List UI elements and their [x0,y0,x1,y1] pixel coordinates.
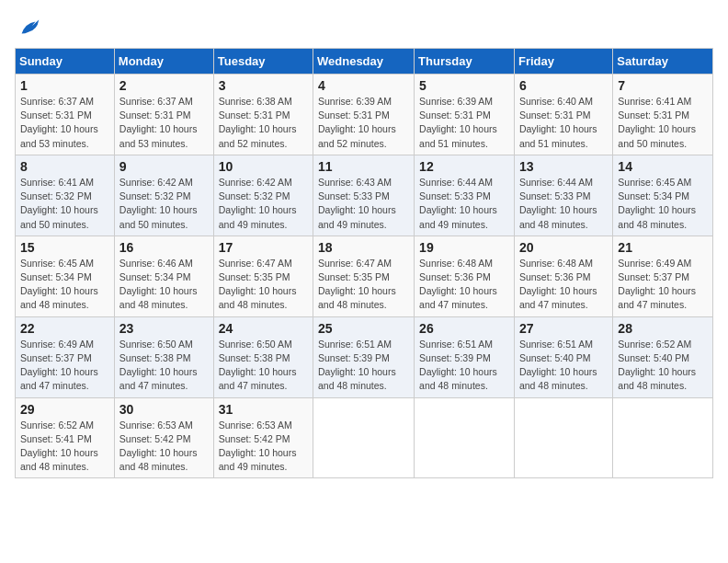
calendar-day-cell: 7 Sunrise: 6:41 AM Sunset: 5:31 PM Dayli… [613,75,713,155]
day-number: 9 [119,159,209,174]
day-info: Sunrise: 6:49 AM Sunset: 5:37 PM Dayligh… [20,338,109,394]
calendar-day-cell: 8 Sunrise: 6:41 AM Sunset: 5:32 PM Dayli… [16,155,115,236]
day-number: 2 [119,78,209,93]
day-number: 17 [219,240,308,255]
calendar-day-cell: 20 Sunrise: 6:48 AM Sunset: 5:36 PM Dayl… [514,236,612,316]
day-info: Sunrise: 6:46 AM Sunset: 5:34 PM Dayligh… [119,257,209,313]
day-number: 20 [519,240,608,255]
day-info: Sunrise: 6:44 AM Sunset: 5:33 PM Dayligh… [519,176,608,232]
weekday-header: Monday [114,49,213,75]
calendar-table: SundayMondayTuesdayWednesdayThursdayFrid… [15,48,713,478]
calendar-header: SundayMondayTuesdayWednesdayThursdayFrid… [16,49,713,75]
day-number: 14 [618,159,708,174]
calendar-day-cell: 3 Sunrise: 6:38 AM Sunset: 5:31 PM Dayli… [213,75,313,155]
day-info: Sunrise: 6:38 AM Sunset: 5:31 PM Dayligh… [219,95,308,151]
calendar-day-cell: 4 Sunrise: 6:39 AM Sunset: 5:31 PM Dayli… [313,75,415,155]
day-number: 7 [618,78,708,93]
weekday-header: Friday [514,49,612,75]
calendar-day-cell: 30 Sunrise: 6:53 AM Sunset: 5:42 PM Dayl… [114,397,213,478]
calendar-week-row: 15 Sunrise: 6:45 AM Sunset: 5:34 PM Dayl… [16,236,713,316]
day-info: Sunrise: 6:51 AM Sunset: 5:40 PM Dayligh… [519,338,608,394]
calendar-day-cell: 9 Sunrise: 6:42 AM Sunset: 5:32 PM Dayli… [114,155,213,236]
day-number: 6 [519,78,608,93]
calendar-week-row: 1 Sunrise: 6:37 AM Sunset: 5:31 PM Dayli… [16,75,713,155]
day-number: 11 [318,159,409,174]
day-number: 22 [20,321,109,336]
day-info: Sunrise: 6:44 AM Sunset: 5:33 PM Dayligh… [419,176,509,232]
logo-bird-icon [17,15,42,40]
calendar-week-row: 22 Sunrise: 6:49 AM Sunset: 5:37 PM Dayl… [16,316,713,397]
calendar-day-cell: 24 Sunrise: 6:50 AM Sunset: 5:38 PM Dayl… [213,316,313,397]
day-number: 5 [419,78,509,93]
day-info: Sunrise: 6:52 AM Sunset: 5:41 PM Dayligh… [20,419,109,475]
day-number: 16 [119,240,209,255]
day-number: 24 [219,321,308,336]
calendar-day-cell: 17 Sunrise: 6:47 AM Sunset: 5:35 PM Dayl… [213,236,313,316]
day-info: Sunrise: 6:47 AM Sunset: 5:35 PM Dayligh… [219,257,308,313]
calendar-day-cell: 26 Sunrise: 6:51 AM Sunset: 5:39 PM Dayl… [415,316,515,397]
day-info: Sunrise: 6:51 AM Sunset: 5:39 PM Dayligh… [318,338,409,394]
weekday-header: Tuesday [213,49,313,75]
calendar-day-cell: 23 Sunrise: 6:50 AM Sunset: 5:38 PM Dayl… [114,316,213,397]
day-number: 26 [419,321,509,336]
calendar-day-cell [415,397,515,478]
calendar-day-cell: 2 Sunrise: 6:37 AM Sunset: 5:31 PM Dayli… [114,75,213,155]
weekday-header: Thursday [415,49,515,75]
calendar-day-cell: 16 Sunrise: 6:46 AM Sunset: 5:34 PM Dayl… [114,236,213,316]
day-number: 4 [318,78,409,93]
day-number: 15 [20,240,109,255]
weekday-header: Wednesday [313,49,415,75]
day-info: Sunrise: 6:51 AM Sunset: 5:39 PM Dayligh… [419,338,509,394]
calendar-day-cell: 6 Sunrise: 6:40 AM Sunset: 5:31 PM Dayli… [514,75,612,155]
day-number: 31 [219,402,308,417]
day-number: 29 [20,402,109,417]
day-info: Sunrise: 6:53 AM Sunset: 5:42 PM Dayligh… [119,419,209,475]
calendar-day-cell: 15 Sunrise: 6:45 AM Sunset: 5:34 PM Dayl… [16,236,115,316]
day-number: 8 [20,159,109,174]
day-number: 1 [20,78,109,93]
day-info: Sunrise: 6:53 AM Sunset: 5:42 PM Dayligh… [219,419,308,475]
day-info: Sunrise: 6:48 AM Sunset: 5:36 PM Dayligh… [519,257,608,313]
day-info: Sunrise: 6:41 AM Sunset: 5:32 PM Dayligh… [20,176,109,232]
day-number: 30 [119,402,209,417]
calendar-day-cell: 11 Sunrise: 6:43 AM Sunset: 5:33 PM Dayl… [313,155,415,236]
weekday-header: Sunday [16,49,115,75]
day-info: Sunrise: 6:40 AM Sunset: 5:31 PM Dayligh… [519,95,608,151]
day-number: 18 [318,240,409,255]
calendar-day-cell: 13 Sunrise: 6:44 AM Sunset: 5:33 PM Dayl… [514,155,612,236]
calendar-day-cell [313,397,415,478]
day-number: 21 [618,240,708,255]
calendar-day-cell: 5 Sunrise: 6:39 AM Sunset: 5:31 PM Dayli… [415,75,515,155]
day-number: 3 [219,78,308,93]
calendar-day-cell [514,397,612,478]
day-info: Sunrise: 6:41 AM Sunset: 5:31 PM Dayligh… [618,95,708,151]
day-info: Sunrise: 6:52 AM Sunset: 5:40 PM Dayligh… [618,338,708,394]
calendar-day-cell: 14 Sunrise: 6:45 AM Sunset: 5:34 PM Dayl… [613,155,713,236]
day-info: Sunrise: 6:47 AM Sunset: 5:35 PM Dayligh… [318,257,409,313]
day-info: Sunrise: 6:37 AM Sunset: 5:31 PM Dayligh… [119,95,209,151]
day-info: Sunrise: 6:45 AM Sunset: 5:34 PM Dayligh… [20,257,109,313]
weekday-header: Saturday [613,49,713,75]
day-number: 23 [119,321,209,336]
day-info: Sunrise: 6:43 AM Sunset: 5:33 PM Dayligh… [318,176,409,232]
page-header [15,15,713,40]
calendar-day-cell: 27 Sunrise: 6:51 AM Sunset: 5:40 PM Dayl… [514,316,612,397]
day-info: Sunrise: 6:49 AM Sunset: 5:37 PM Dayligh… [618,257,708,313]
calendar-day-cell: 19 Sunrise: 6:48 AM Sunset: 5:36 PM Dayl… [415,236,515,316]
day-info: Sunrise: 6:45 AM Sunset: 5:34 PM Dayligh… [618,176,708,232]
calendar-day-cell: 25 Sunrise: 6:51 AM Sunset: 5:39 PM Dayl… [313,316,415,397]
day-info: Sunrise: 6:37 AM Sunset: 5:31 PM Dayligh… [20,95,109,151]
day-number: 28 [618,321,708,336]
calendar-day-cell: 28 Sunrise: 6:52 AM Sunset: 5:40 PM Dayl… [613,316,713,397]
calendar-day-cell: 10 Sunrise: 6:42 AM Sunset: 5:32 PM Dayl… [213,155,313,236]
day-number: 13 [519,159,608,174]
day-number: 27 [519,321,608,336]
day-number: 10 [219,159,308,174]
day-number: 19 [419,240,509,255]
calendar-week-row: 8 Sunrise: 6:41 AM Sunset: 5:32 PM Dayli… [16,155,713,236]
calendar-day-cell: 31 Sunrise: 6:53 AM Sunset: 5:42 PM Dayl… [213,397,313,478]
day-info: Sunrise: 6:39 AM Sunset: 5:31 PM Dayligh… [419,95,509,151]
calendar-day-cell: 22 Sunrise: 6:49 AM Sunset: 5:37 PM Dayl… [16,316,115,397]
calendar-day-cell: 12 Sunrise: 6:44 AM Sunset: 5:33 PM Dayl… [415,155,515,236]
logo [15,15,42,40]
